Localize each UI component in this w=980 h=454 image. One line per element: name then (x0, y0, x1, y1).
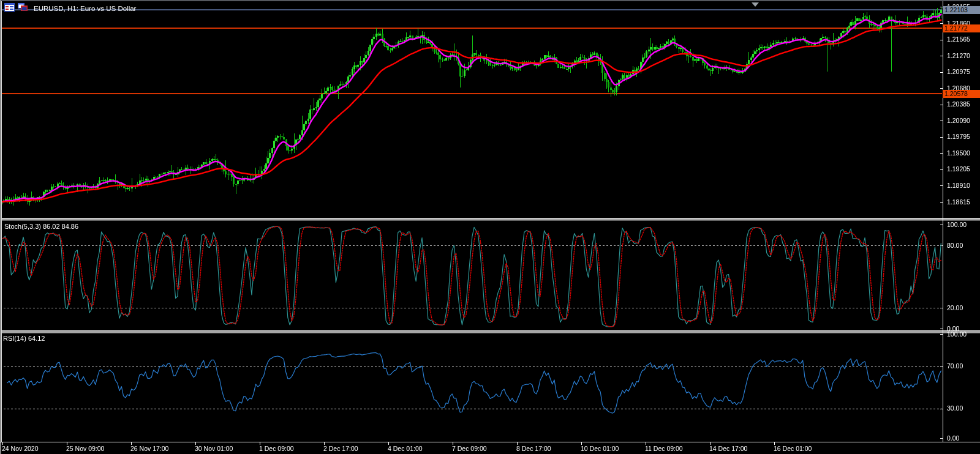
time-axis-label: 24 Nov 2020 (2, 445, 39, 452)
time-axis-label: 16 Dec 01:00 (774, 445, 812, 452)
price-axis-label: 1.19205 (947, 166, 970, 173)
chart-title: EURUSD, H1: Euro vs US Dollar (34, 5, 136, 12)
time-axis-label: 30 Nov 01:00 (195, 445, 233, 452)
stochastic-label: Stoch(5,3,3) 86.02 84.86 (4, 223, 78, 230)
price-axis-label: 1.21270 (947, 53, 970, 59)
rsi-label: RSI(14) 64.12 (3, 335, 45, 342)
time-axis-label: 25 Nov 09:00 (66, 445, 104, 452)
price-axis-label: 1.20090 (947, 117, 970, 124)
stoch-axis-label: 80.00 (947, 242, 963, 249)
rsi-axis-label: 70.00 (947, 363, 963, 370)
time-axis-label: 4 Dec 01:00 (388, 445, 423, 452)
time-axis-label: 26 Nov 17:00 (130, 445, 168, 452)
price-axis-label: 1.20975 (947, 69, 970, 75)
chart-window: EURUSD, H1: Euro vs US Dollar 1.221551.2… (0, 0, 980, 454)
price-axis-label: 1.18615 (947, 199, 970, 206)
time-axis-label: 10 Dec 01:00 (581, 445, 619, 452)
chart-title-bar: EURUSD, H1: Euro vs US Dollar (4, 4, 136, 13)
chart-list-icon (4, 3, 15, 14)
rsi-axis-label: 100.00 (947, 331, 967, 338)
hline-price-tag-1: 1.21772 (943, 24, 980, 32)
rsi-axis-label: 30.00 (947, 405, 963, 412)
price-axis-label: 1.19795 (947, 133, 970, 140)
cascade-windows-icon (17, 3, 28, 14)
price-axis-label: 1.20385 (947, 101, 970, 108)
hline-price-tag-2: 1.20578 (943, 90, 980, 98)
time-axis-label: 1 Dec 09:00 (259, 445, 294, 452)
time-axis-label: 11 Dec 09:00 (645, 445, 683, 452)
current-price-tag: 1.22103 (943, 6, 980, 14)
chart-canvas[interactable] (0, 0, 980, 454)
rsi-axis-label: 0.00 (947, 435, 959, 442)
time-axis-label: 8 Dec 17:00 (516, 445, 551, 452)
price-axis-label: 1.18910 (947, 182, 970, 189)
price-axis-label: 1.19500 (947, 150, 970, 157)
time-axis-label: 7 Dec 09:00 (452, 445, 487, 452)
time-axis-label: 2 Dec 17:00 (323, 445, 358, 452)
stoch-axis-label: 20.00 (947, 305, 963, 311)
stoch-axis-label: 100.00 (947, 221, 967, 228)
time-axis-label: 14 Dec 17:00 (709, 445, 747, 452)
price-axis-label: 1.21565 (947, 36, 970, 43)
